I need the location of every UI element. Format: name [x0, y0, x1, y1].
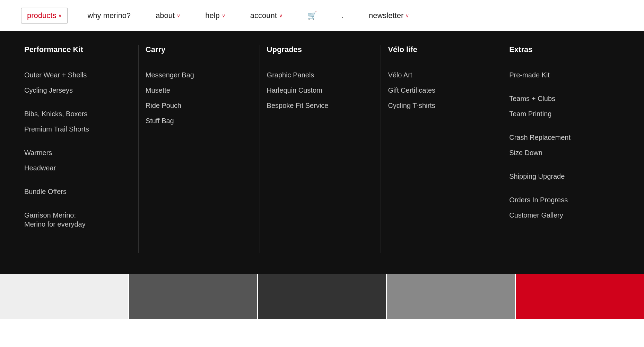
dropdown-col-velo-life: Vélo lifeVélo ArtGift CertificatesCyclin…: [381, 45, 502, 253]
col-item-size-down[interactable]: Size Down: [509, 148, 613, 157]
strip-cell-2: [129, 274, 257, 319]
strip-cell-3: [258, 274, 386, 319]
dropdown-col-performance-kit: Performance KitOuter Wear + ShellsCyclin…: [21, 45, 139, 253]
col-spacer-extras: [509, 86, 613, 94]
col-header-extras: Extras: [509, 45, 613, 60]
col-item-outer-wear[interactable]: Outer Wear + Shells: [24, 70, 128, 79]
col-item-bibs[interactable]: Bibs, Knicks, Boxers: [24, 109, 128, 118]
col-spacer-performance-kit: [24, 202, 128, 211]
nav-item-about[interactable]: about∨: [150, 8, 186, 23]
nav-label-why-merino: why merino?: [87, 11, 131, 20]
col-header-carry: Carry: [146, 45, 249, 60]
col-item-velo-art[interactable]: Vélo Art: [388, 70, 491, 79]
col-item-bespoke-fit[interactable]: Bespoke Fit Service: [267, 101, 371, 110]
col-item-premade-kit[interactable]: Pre-made Kit: [509, 70, 613, 79]
col-spacer-extras: [509, 125, 613, 133]
nav-label-newsletter: newsletter: [369, 11, 403, 20]
nav-label-products: products: [27, 11, 56, 20]
col-item-bundle-offers[interactable]: Bundle Offers: [24, 187, 128, 196]
col-item-trail-shorts[interactable]: Premium Trail Shorts: [24, 125, 128, 134]
nav-item-account[interactable]: account∨: [245, 8, 288, 23]
strip-cell-1: [0, 274, 128, 319]
col-item-messenger-bag[interactable]: Messenger Bag: [146, 70, 249, 79]
col-header-velo-life: Vélo life: [388, 45, 491, 60]
col-item-stuff-bag[interactable]: Stuff Bag: [146, 116, 249, 125]
col-spacer-performance-kit: [24, 101, 128, 109]
col-item-cycling-tshirts[interactable]: Cycling T-shirts: [388, 101, 491, 110]
col-spacer-extras: [509, 187, 613, 195]
col-item-musette[interactable]: Musette: [146, 86, 249, 95]
nav-item-cart[interactable]: 🛒: [302, 8, 322, 23]
chevron-icon-about: ∨: [177, 13, 180, 18]
navbar: products∨why merino?about∨help∨account∨🛒…: [0, 0, 644, 31]
col-item-warmers[interactable]: Warmers: [24, 148, 128, 157]
col-header-performance-kit: Performance Kit: [24, 45, 128, 60]
dropdown-col-upgrades: UpgradesGraphic PanelsHarlequin CustomBe…: [260, 45, 381, 253]
nav-label-dot: .: [342, 11, 344, 20]
chevron-icon-products: ∨: [58, 13, 62, 18]
col-item-cycling-jerseys[interactable]: Cycling Jerseys: [24, 86, 128, 95]
bottom-strip: [0, 274, 644, 319]
dropdown-col-extras: ExtrasPre-made KitTeams + ClubsTeam Prin…: [502, 45, 623, 253]
col-item-ride-pouch[interactable]: Ride Pouch: [146, 101, 249, 110]
dropdown-panel: Performance KitOuter Wear + ShellsCyclin…: [0, 31, 644, 274]
strip-cell-5: [516, 274, 644, 319]
col-item-garrison[interactable]: Garrison Merino:Merino for everyday: [24, 211, 128, 229]
col-item-crash-replacement[interactable]: Crash Replacement: [509, 133, 613, 142]
col-header-upgrades: Upgrades: [267, 45, 371, 60]
dropdown-col-carry: CarryMessenger BagMusetteRide PouchStuff…: [139, 45, 260, 253]
col-item-team-printing[interactable]: Team Printing: [509, 109, 613, 118]
nav-label-account: account: [250, 11, 277, 20]
nav-item-products[interactable]: products∨: [21, 8, 68, 24]
nav-label-about: about: [156, 11, 175, 20]
chevron-icon-help: ∨: [222, 13, 225, 18]
nav-item-why-merino[interactable]: why merino?: [82, 8, 136, 23]
col-spacer-performance-kit: [24, 140, 128, 148]
col-item-teams-clubs[interactable]: Teams + Clubs: [509, 94, 613, 103]
col-item-gift-certificates[interactable]: Gift Certificates: [388, 86, 491, 95]
col-item-headwear[interactable]: Headwear: [24, 163, 128, 172]
nav-item-dot[interactable]: .: [336, 8, 349, 23]
nav-item-help[interactable]: help∨: [200, 8, 231, 23]
col-item-orders-in-progress[interactable]: Orders In Progress: [509, 195, 613, 204]
strip-cell-4: [387, 274, 515, 319]
col-spacer-extras: [509, 163, 613, 172]
col-item-shipping-upgrade[interactable]: Shipping Upgrade: [509, 172, 613, 181]
chevron-icon-account: ∨: [279, 13, 282, 18]
nav-item-newsletter[interactable]: newsletter∨: [363, 8, 415, 23]
chevron-icon-newsletter: ∨: [406, 13, 409, 18]
col-item-graphic-panels[interactable]: Graphic Panels: [267, 70, 371, 79]
nav-label-help: help: [205, 11, 220, 20]
nav-label-cart: 🛒: [307, 11, 317, 20]
col-spacer-performance-kit: [24, 179, 128, 187]
col-item-harlequin-custom[interactable]: Harlequin Custom: [267, 86, 371, 95]
col-item-customer-gallery[interactable]: Customer Gallery: [509, 211, 613, 220]
